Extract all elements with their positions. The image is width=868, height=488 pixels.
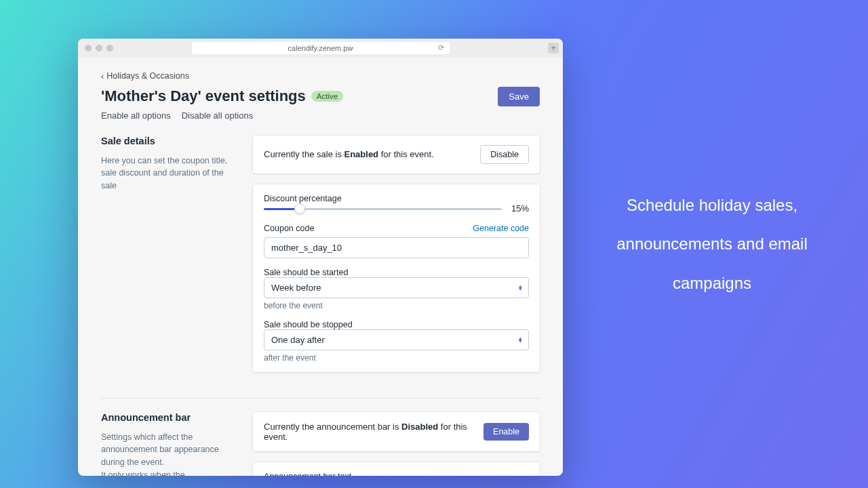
- coupon-label: Coupon code: [264, 224, 314, 233]
- announcement-form-card: Announcement bar text When to start show…: [253, 462, 540, 476]
- save-button[interactable]: Save: [498, 87, 540, 106]
- url-bar[interactable]: calendify.zenem.pw ⟳: [192, 42, 450, 54]
- select-icon: ▴▾: [519, 285, 521, 291]
- disable-all-link[interactable]: Disable all options: [182, 110, 254, 121]
- divider: [101, 398, 540, 399]
- discount-value: 15%: [509, 203, 529, 214]
- browser-window: calendify.zenem.pw ⟳ + ‹ Holidays & Occa…: [78, 39, 563, 476]
- chevron-left-icon: ‹: [101, 71, 104, 81]
- sale-start-select[interactable]: Week before ▴▾: [264, 277, 529, 298]
- enable-all-link[interactable]: Enable all options: [101, 110, 171, 121]
- breadcrumb-label: Holidays & Occasions: [106, 71, 189, 81]
- discount-label: Discount percentage: [264, 194, 529, 203]
- announcement-section-heading: Announcement bar: [101, 412, 237, 423]
- sale-start-hint: before the event: [264, 301, 529, 310]
- disable-sale-button[interactable]: Disable: [480, 145, 529, 164]
- sale-form-card: Discount percentage 15%: [253, 184, 540, 372]
- sale-stop-hint: after the event: [264, 353, 529, 363]
- reload-icon[interactable]: ⟳: [438, 43, 444, 52]
- announcement-status-card: Currently the announcement bar is Disabl…: [253, 412, 540, 451]
- sale-stop-select[interactable]: One day after ▴▾: [264, 329, 529, 350]
- select-icon: ▴▾: [519, 337, 521, 343]
- announcement-status-text: Currently the announcement bar is Disabl…: [264, 422, 484, 442]
- breadcrumb[interactable]: ‹ Holidays & Occasions: [101, 71, 540, 81]
- close-dot[interactable]: [85, 45, 92, 52]
- coupon-input[interactable]: [264, 237, 529, 258]
- browser-chrome: calendify.zenem.pw ⟳ +: [78, 39, 563, 58]
- min-dot[interactable]: [96, 45, 102, 52]
- page-content: ‹ Holidays & Occasions 'Mother's Day' ev…: [78, 58, 563, 476]
- url-text: calendify.zenem.pw: [288, 44, 353, 52]
- sale-section-desc: Here you can set the coupon title, sale …: [101, 155, 237, 192]
- sale-section-heading: Sale details: [101, 136, 237, 146]
- sale-status-text: Currently the sale is Enabled for this e…: [264, 149, 434, 159]
- slider-thumb[interactable]: [294, 203, 305, 214]
- discount-slider[interactable]: [264, 203, 502, 214]
- generate-code-link[interactable]: Generate code: [473, 224, 529, 233]
- sale-start-label: Sale should be started: [264, 268, 529, 277]
- sale-status-card: Currently the sale is Enabled for this e…: [253, 136, 540, 174]
- sale-stop-label: Sale should be stopped: [264, 320, 529, 329]
- new-tab-button[interactable]: +: [548, 43, 559, 54]
- page-title: 'Mother's Day' event settings: [101, 87, 306, 105]
- enable-announcement-button[interactable]: Enable: [484, 423, 529, 441]
- window-controls: [85, 45, 113, 52]
- max-dot[interactable]: [106, 45, 113, 52]
- announcement-section-desc: Settings which affect the announcement b…: [101, 431, 237, 476]
- status-badge: Active: [311, 91, 343, 102]
- marketing-copy: Schedule holiday sales, announcements an…: [563, 186, 868, 303]
- announcement-text-label: Announcement bar text: [264, 472, 529, 476]
